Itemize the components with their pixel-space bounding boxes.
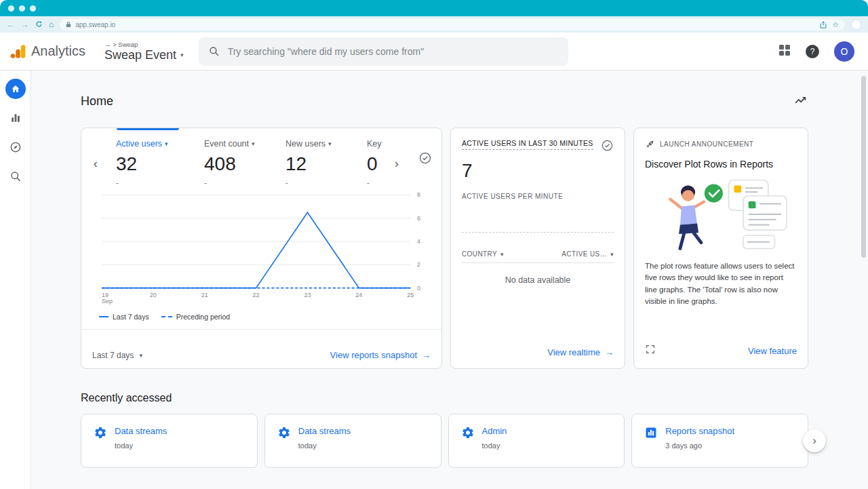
view-reports-snapshot-link[interactable]: View reports snapshot → [330, 350, 431, 360]
metric-key-events[interactable]: Key 0 - [355, 139, 387, 187]
metrics-prev-button[interactable]: ‹ [87, 157, 104, 170]
chevron-down-icon: ▾ [500, 251, 504, 258]
page-title: Home [81, 94, 113, 109]
magnifier-icon [9, 170, 22, 183]
browser-profile-avatar[interactable] [851, 20, 861, 30]
metric-event-count[interactable]: Event count▾ 408 - [193, 139, 274, 187]
metric-value: 12 [285, 153, 355, 175]
metric-delta: - [285, 178, 355, 187]
sidebar-item-home[interactable] [5, 79, 26, 99]
no-data-message: No data available [462, 275, 614, 285]
recently-accessed-title: Recently accessed [81, 392, 808, 404]
property-name: Sweap Event [104, 48, 176, 62]
announcement-body: The plot rows feature allows users to se… [645, 260, 797, 307]
metric-label: Event count [204, 139, 249, 149]
zoom-window-button[interactable] [30, 5, 36, 12]
forward-button[interactable]: → [21, 20, 29, 28]
recent-scroll-next-button[interactable]: › [803, 429, 826, 452]
property-selector[interactable]: → > Sweap Sweap Event ▾ [104, 41, 184, 62]
per-minute-label: ACTIVE USERS PER MINUTE [462, 193, 614, 200]
legend-label: Preceding period [176, 313, 230, 321]
date-range-label: Last 7 days [92, 351, 134, 360]
card-divider [81, 329, 441, 330]
reload-button[interactable] [35, 20, 43, 29]
announcement-title: Discover Plot Rows in Reports [645, 159, 797, 170]
users-trend-chart: 0246819Sep202122232425 [99, 191, 429, 307]
view-realtime-link[interactable]: View realtime → [547, 347, 614, 357]
recent-card-admin[interactable]: Admin today [448, 414, 625, 468]
svg-text:24: 24 [355, 292, 362, 298]
recent-item-time: 3 days ago [665, 442, 734, 450]
sidebar-item-reports[interactable] [5, 108, 26, 128]
help-button[interactable]: ? [806, 45, 819, 58]
metric-delta: - [367, 178, 387, 187]
active-users-30min-value: 7 [462, 160, 614, 182]
minimize-window-button[interactable] [19, 5, 25, 12]
date-range-selector[interactable]: Last 7 days ▾ [92, 351, 142, 360]
link-label: View reports snapshot [330, 350, 417, 360]
metric-active-users[interactable]: Active users▾ 32 - [104, 139, 193, 187]
expand-button[interactable] [645, 344, 656, 357]
arrow-right-icon: → [422, 350, 431, 360]
user-avatar[interactable]: O [834, 41, 854, 62]
metric-delta: - [204, 178, 274, 187]
announcement-eyebrow: LAUNCH ANNOUNCEMENT [660, 140, 753, 148]
reload-icon [35, 20, 43, 28]
url-text: app.sweap.io [75, 21, 816, 28]
bookmark-star-icon[interactable]: ☆ [832, 21, 839, 28]
search-input[interactable] [228, 46, 559, 57]
sidebar-item-advertising[interactable] [5, 166, 26, 187]
gear-icon [94, 426, 107, 439]
svg-text:20: 20 [150, 292, 157, 298]
recent-item-label: Data streams [115, 426, 167, 436]
gear-icon [461, 426, 475, 439]
sidebar-item-explore[interactable] [5, 137, 26, 157]
arrow-right-icon: → [605, 347, 614, 357]
insights-button[interactable] [793, 92, 808, 110]
svg-text:6: 6 [417, 215, 420, 222]
browser-titlebar [0, 0, 868, 16]
recent-item-label: Data streams [298, 426, 351, 436]
share-icon[interactable] [820, 21, 827, 28]
apps-grid-button[interactable] [778, 44, 791, 59]
legend-label: Last 7 days [113, 313, 149, 321]
check-circle-icon [418, 151, 432, 165]
recent-card-data-streams-2[interactable]: Data streams today [264, 414, 441, 468]
close-window-button[interactable] [8, 5, 14, 12]
link-label: View feature [748, 346, 797, 356]
metrics-next-button[interactable]: › [388, 157, 406, 170]
report-icon [644, 426, 658, 439]
svg-text:19Sep: 19Sep [102, 292, 113, 305]
back-button[interactable]: ← [7, 20, 15, 28]
search-bar[interactable] [199, 37, 568, 66]
analytics-logo-icon [9, 43, 27, 60]
realtime-card: ACTIVE USERS IN LAST 30 MINUTES 7 ACTIVE… [450, 128, 625, 369]
column-label: COUNTRY [462, 250, 497, 258]
announcement-illustration [645, 172, 798, 258]
legend-solid-line [99, 316, 108, 317]
compass-icon [9, 140, 22, 154]
browser-window: ← → ⌂ app.sweap.io ☆ Analytics → > Swe [0, 0, 868, 489]
country-column-header[interactable]: COUNTRY ▾ [462, 250, 504, 258]
left-sidebar [0, 71, 31, 489]
bar-chart-icon [9, 111, 22, 125]
search-icon [208, 45, 220, 57]
recently-accessed-row: Data streams today Data streams today [81, 414, 808, 468]
page-scrollbar[interactable] [861, 76, 866, 258]
svg-text:25: 25 [407, 292, 414, 298]
chart-legend: Last 7 days Preceding period [81, 313, 441, 321]
metric-new-users[interactable]: New users▾ 12 - [274, 139, 355, 187]
recent-card-reports-snapshot[interactable]: Reports snapshot 3 days ago [631, 414, 808, 468]
metric-value: 0 [367, 153, 387, 175]
main-content: Home ‹ Active users▾ 32 - [31, 71, 868, 489]
url-bar[interactable]: app.sweap.io ☆ [60, 19, 845, 31]
recent-card-data-streams-1[interactable]: Data streams today [81, 414, 258, 468]
browser-home-button[interactable]: ⌂ [49, 20, 54, 28]
data-quality-button[interactable] [601, 139, 614, 155]
view-feature-link[interactable]: View feature [748, 346, 797, 356]
data-quality-button[interactable] [418, 151, 432, 168]
column-label: ACTIVE US… [561, 250, 607, 258]
analytics-brand[interactable]: Analytics [9, 43, 85, 60]
active-users-column-header[interactable]: ACTIVE US… ▾ [561, 250, 614, 258]
recent-item-label: Admin [482, 426, 507, 436]
